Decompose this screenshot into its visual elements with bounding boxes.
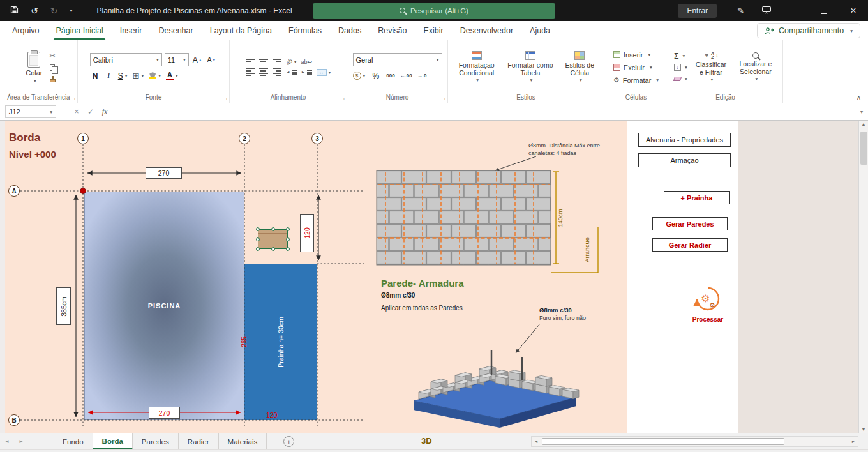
add-sheet-button[interactable]: + <box>283 436 294 447</box>
save-icon[interactable] <box>10 6 19 16</box>
insert-function-button[interactable]: fx <box>98 107 112 117</box>
sheet-nav-next-button[interactable]: ► <box>14 433 28 449</box>
selected-image[interactable] <box>258 229 288 249</box>
processar-button[interactable]: ⚙ ⚙ <box>693 284 722 317</box>
armacao-button[interactable]: Armação <box>638 153 731 167</box>
tab-desenvolvedor[interactable]: Desenvolvedor <box>452 21 521 40</box>
align-center-button[interactable] <box>259 68 268 77</box>
tab-revisao[interactable]: Revisão <box>370 21 415 40</box>
redo-icon[interactable]: ↻ <box>50 6 58 16</box>
conditional-formatting-button[interactable]: Formatação Condicional ▾ <box>451 50 502 86</box>
increase-indent-button[interactable]: ► <box>301 70 312 74</box>
alignment-dialog-launcher[interactable]: ⌟ <box>342 95 345 101</box>
format-as-table-button[interactable]: Formatar como Tabela ▾ <box>504 50 556 86</box>
add-prainha-button[interactable]: + Prainha <box>664 191 730 204</box>
minimize-button[interactable]: — <box>780 0 809 21</box>
clear-button[interactable]: ▾ <box>674 73 687 84</box>
share-button[interactable]: Compartilhamento ▾ <box>757 23 860 38</box>
underline-button[interactable]: S▾ <box>117 70 129 82</box>
sheet-nav-prev-button[interactable]: ◄ <box>0 433 14 449</box>
bold-button[interactable]: N <box>90 70 101 82</box>
borders-button[interactable]: ⊞▾ <box>131 70 145 82</box>
scroll-right-icon[interactable]: ► <box>849 439 858 444</box>
copy-button[interactable] <box>50 63 55 72</box>
merge-center-button[interactable]: ↔▾ <box>317 69 331 76</box>
increase-decimal-button[interactable]: ←.00 <box>400 73 412 79</box>
selection-handle[interactable] <box>256 237 260 241</box>
gerar-radier-button[interactable]: Gerar Radier <box>652 238 728 252</box>
expand-formula-bar-button[interactable]: ▾ <box>860 109 863 115</box>
number-dialog-launcher[interactable]: ⌟ <box>443 95 445 101</box>
font-name-select[interactable]: Calibri▾ <box>90 53 162 66</box>
font-size-select[interactable]: 11▾ <box>165 53 189 66</box>
fill-button[interactable]: ↓▾ <box>674 62 687 73</box>
accounting-format-button[interactable]: $▾ <box>353 72 366 80</box>
decrease-decimal-button[interactable]: →.0 <box>417 73 427 79</box>
cell-styles-button[interactable]: Estilos de Célula ▾ <box>559 50 601 86</box>
sheet-tab-borda[interactable]: Borda <box>93 433 133 449</box>
selection-handle[interactable] <box>286 227 290 231</box>
gerar-paredes-button[interactable]: Gerar Paredes <box>652 217 728 230</box>
selection-handle[interactable] <box>271 247 275 251</box>
cut-button[interactable]: ✂ <box>50 52 56 60</box>
selection-handle[interactable] <box>256 227 260 231</box>
tab-formulas[interactable]: Fórmulas <box>280 21 330 40</box>
align-top-button[interactable] <box>246 59 255 64</box>
clipboard-dialog-launcher[interactable]: ⌟ <box>73 95 75 101</box>
selection-handle[interactable] <box>286 247 290 251</box>
selection-handle[interactable] <box>256 247 260 251</box>
enter-button[interactable]: ✓ <box>84 107 98 116</box>
increase-font-button[interactable]: A▲ <box>191 54 204 66</box>
tab-layout-da-pagina[interactable]: Layout da Página <box>202 21 280 40</box>
paste-button[interactable]: Colar ▾ <box>22 50 46 86</box>
insert-cells-button[interactable]: Inserir▾ <box>613 49 659 61</box>
format-painter-button[interactable] <box>50 75 56 83</box>
font-dialog-launcher[interactable]: ⌟ <box>225 95 227 101</box>
tab-inserir[interactable]: Inserir <box>112 21 151 40</box>
name-box[interactable]: J12▾ <box>5 105 56 118</box>
close-button[interactable]: × <box>839 0 868 21</box>
collapse-ribbon-button[interactable]: ∧ <box>857 94 861 101</box>
horizontal-scrollbar[interactable]: ◄ ► <box>531 436 858 447</box>
decrease-font-button[interactable]: A▼ <box>206 54 218 66</box>
sort-filter-button[interactable]: ▼AZ↓ Classificar e Filtrar ▾ <box>691 50 731 85</box>
customize-qat-chevron-icon[interactable]: ▾ <box>70 8 72 13</box>
align-middle-button[interactable] <box>259 59 268 64</box>
scroll-up-icon[interactable]: ▲ <box>862 122 866 126</box>
scroll-left-icon[interactable]: ◄ <box>532 439 541 444</box>
format-cells-button[interactable]: ⚙Formatar▾ <box>613 74 659 86</box>
undo-icon[interactable]: ↺ <box>31 6 38 16</box>
percent-button[interactable]: % <box>370 70 381 82</box>
formula-input[interactable] <box>117 105 857 118</box>
scroll-down-icon[interactable]: ▼ <box>862 427 866 432</box>
alvenaria-propriedades-button[interactable]: Alvenaria - Propriedades <box>638 133 731 147</box>
tab-arquivo[interactable]: Arquivo <box>4 21 47 40</box>
tab-dados[interactable]: Dados <box>330 21 370 40</box>
maximize-button[interactable] <box>809 0 839 21</box>
orientation-button[interactable]: ab▾ <box>286 59 297 65</box>
scroll-thumb[interactable] <box>542 438 784 445</box>
sheet-tab-fundo[interactable]: Fundo <box>54 433 93 449</box>
find-select-button[interactable]: Localizar e Selecionar ▾ <box>735 51 777 84</box>
pen-icon[interactable]: ✎ <box>737 6 744 15</box>
selection-handle[interactable] <box>286 237 290 241</box>
number-format-select[interactable]: Geral▾ <box>353 53 442 66</box>
processar-label[interactable]: Processar <box>688 316 728 323</box>
autosum-button[interactable]: Σ▾ <box>674 50 687 61</box>
comma-style-button[interactable]: 000 <box>386 73 394 79</box>
sheet-tab-radier[interactable]: Radier <box>179 433 219 449</box>
tab-pagina-inicial[interactable]: Página Inicial <box>47 21 111 40</box>
wrap-text-button[interactable]: ab↩ <box>301 59 312 65</box>
align-right-button[interactable] <box>273 68 281 77</box>
selection-handle[interactable] <box>271 227 275 231</box>
delete-cells-button[interactable]: Excluir▾ <box>613 61 659 73</box>
cancel-button[interactable]: × <box>70 107 84 116</box>
tab-ajuda[interactable]: Ajuda <box>521 21 558 40</box>
tab-exibir[interactable]: Exibir <box>415 21 451 40</box>
ribbon-display-options-icon[interactable] <box>762 6 771 15</box>
sign-in-button[interactable]: Entrar <box>678 4 717 18</box>
sheet-tab-materiais[interactable]: Materiais <box>219 433 267 449</box>
sheet-tab-paredes[interactable]: Paredes <box>133 433 179 449</box>
fill-color-button[interactable]: ▾ <box>147 70 162 82</box>
align-left-button[interactable] <box>246 68 255 77</box>
